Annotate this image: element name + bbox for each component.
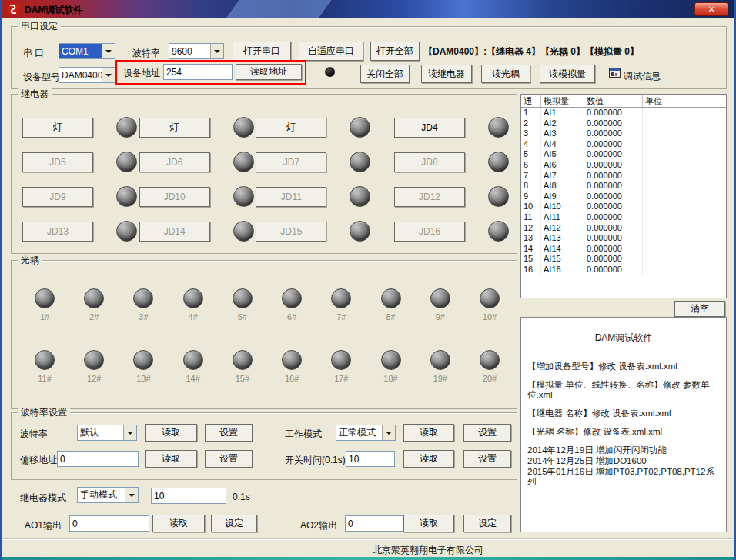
relay-led-4[interactable] bbox=[488, 117, 509, 138]
ao1-set-button[interactable]: 设定 bbox=[211, 515, 257, 532]
chevron-down-icon[interactable] bbox=[382, 425, 395, 440]
chevron-down-icon[interactable] bbox=[123, 425, 136, 440]
relay-button-3[interactable]: 灯 bbox=[256, 118, 326, 138]
work-mode-read-button[interactable]: 读取 bbox=[403, 424, 454, 442]
offset-read-button[interactable]: 读取 bbox=[145, 450, 197, 468]
baud-read-button[interactable]: 读取 bbox=[145, 424, 197, 442]
debug-info-label[interactable]: 调试信息 bbox=[624, 70, 661, 83]
relay-led-14[interactable] bbox=[233, 221, 254, 242]
info-line: 2014年12月19日 增加闪开闪闭功能 bbox=[527, 445, 720, 455]
switch-time-read-button[interactable]: 读取 bbox=[403, 450, 454, 468]
close-all-button[interactable]: 关闭全部 bbox=[360, 65, 410, 83]
relay-mode-select[interactable]: 手动模式 bbox=[77, 487, 139, 503]
relay-button-13[interactable]: JD13 bbox=[22, 222, 93, 242]
offset-address-input[interactable] bbox=[57, 451, 139, 467]
relay-led-3[interactable] bbox=[350, 117, 370, 138]
offset-address-label: 偏移地址 bbox=[20, 454, 57, 467]
relay-led-13[interactable] bbox=[116, 221, 137, 242]
opto-cell: 6# bbox=[279, 288, 305, 322]
chevron-down-icon[interactable] bbox=[102, 44, 115, 58]
chevron-down-icon[interactable] bbox=[210, 44, 223, 58]
close-button[interactable]: ✕ bbox=[694, 2, 728, 16]
relay-led-1[interactable] bbox=[116, 117, 137, 138]
relay-button-14[interactable]: JD14 bbox=[139, 222, 210, 242]
read-address-button[interactable]: 读取地址 bbox=[236, 64, 302, 80]
device-model-select[interactable]: DAM0400 bbox=[59, 67, 115, 83]
col-analog: 模拟量 bbox=[541, 95, 584, 107]
analog-row: 10AI100.000000 bbox=[521, 202, 726, 212]
relay-led-6[interactable] bbox=[233, 152, 254, 172]
ao1-read-button[interactable]: 读取 bbox=[152, 515, 205, 532]
baud-setting-value: 默认 bbox=[78, 425, 123, 440]
open-serial-button[interactable]: 打开串口 bbox=[233, 42, 291, 61]
baud-select[interactable]: 9600 bbox=[169, 43, 224, 59]
relay-button-15[interactable]: JD15 bbox=[256, 222, 326, 242]
relay-button-7[interactable]: JD7 bbox=[256, 152, 326, 172]
relay-led-15[interactable] bbox=[350, 221, 370, 242]
relay-led-9[interactable] bbox=[116, 186, 137, 207]
relay-button-9[interactable]: JD9 bbox=[22, 187, 93, 207]
relay-time-unit: 0.1s bbox=[233, 492, 250, 502]
work-mode-value: 正常模式 bbox=[336, 425, 382, 440]
opto-cell: 9# bbox=[427, 288, 453, 322]
offset-set-button[interactable]: 设置 bbox=[205, 450, 253, 468]
ao2-set-button[interactable]: 设定 bbox=[463, 515, 511, 532]
work-mode-select[interactable]: 正常模式 bbox=[336, 425, 396, 441]
ao2-read-button[interactable]: 读取 bbox=[403, 515, 454, 532]
relay-led-2[interactable] bbox=[233, 117, 254, 138]
relay-button-10[interactable]: JD10 bbox=[139, 187, 210, 207]
relay-time-input[interactable] bbox=[151, 488, 226, 504]
relay-button-11[interactable]: JD11 bbox=[256, 187, 326, 207]
ao1-input[interactable] bbox=[69, 515, 149, 532]
relay-led-16[interactable] bbox=[488, 221, 509, 242]
read-analog-button[interactable]: 读模拟量 bbox=[540, 65, 595, 83]
relay-button-4[interactable]: JD4 bbox=[394, 118, 465, 138]
baud-set-button[interactable]: 设置 bbox=[205, 424, 253, 442]
clear-button[interactable]: 清空 bbox=[674, 301, 725, 317]
auto-serial-button[interactable]: 自适应串口 bbox=[299, 42, 363, 61]
read-relay-button[interactable]: 读继电器 bbox=[421, 65, 472, 83]
opto-cell: 1# bbox=[32, 288, 58, 322]
relay-button-16[interactable]: JD16 bbox=[394, 222, 465, 242]
relay-led-12[interactable] bbox=[488, 186, 509, 207]
device-address-input[interactable] bbox=[163, 64, 233, 80]
opto-row-2: 11# 12# 13# 14# 15# 16# 17# 18# 19# 20# bbox=[32, 350, 503, 383]
opto-group: 光耦 1# 2# 3# 4# 5# 6# 7# 8# 9# 10# 11# 12… bbox=[11, 260, 517, 409]
relay-button-6[interactable]: JD6 bbox=[139, 152, 210, 172]
analog-row: 7AI70.000000 bbox=[521, 171, 726, 182]
comm-status-indicator bbox=[325, 67, 335, 77]
baud-label: 波特率 bbox=[132, 47, 160, 60]
serial-port-label: 串 口 bbox=[23, 47, 44, 60]
work-mode-set-button[interactable]: 设置 bbox=[463, 424, 511, 442]
relay-led-10[interactable] bbox=[233, 186, 254, 207]
col-value: 数值 bbox=[584, 95, 643, 107]
relay-button-2[interactable]: 灯 bbox=[139, 118, 210, 138]
relay-button-5[interactable]: JD5 bbox=[22, 152, 93, 172]
relay-cell: JD7 bbox=[256, 145, 373, 179]
col-channel: 通 bbox=[521, 95, 541, 107]
relay-button-12[interactable]: JD12 bbox=[394, 187, 465, 207]
relay-led-11[interactable] bbox=[350, 186, 370, 207]
relay-led-5[interactable] bbox=[116, 152, 137, 172]
opto-led-15 bbox=[233, 350, 253, 370]
chevron-down-icon[interactable] bbox=[125, 488, 138, 502]
switch-time-set-button[interactable]: 设置 bbox=[463, 450, 511, 468]
com-port-select[interactable]: COM1 bbox=[59, 43, 115, 59]
relay-button-1[interactable]: 灯 bbox=[22, 118, 93, 138]
baud-setting-select[interactable]: 默认 bbox=[77, 425, 137, 441]
debug-info-icon[interactable] bbox=[609, 68, 621, 78]
open-all-button[interactable]: 打开全部 bbox=[370, 42, 420, 61]
opto-led-16 bbox=[282, 350, 302, 370]
chevron-down-icon[interactable] bbox=[102, 68, 115, 82]
read-opto-button[interactable]: 读光耦 bbox=[481, 65, 530, 83]
relay-led-7[interactable] bbox=[350, 152, 370, 172]
relay-led-8[interactable] bbox=[488, 152, 509, 172]
opto-label: 16# bbox=[285, 374, 299, 383]
opto-label: 7# bbox=[336, 312, 346, 322]
relay-button-8[interactable]: JD8 bbox=[394, 152, 465, 172]
opto-label: 19# bbox=[433, 374, 447, 383]
opto-led-5 bbox=[233, 288, 253, 308]
title-bar[interactable]: DAM调试软件 ✕ bbox=[2, 0, 734, 18]
switch-time-input[interactable] bbox=[346, 451, 395, 467]
opto-label: 4# bbox=[189, 312, 198, 322]
